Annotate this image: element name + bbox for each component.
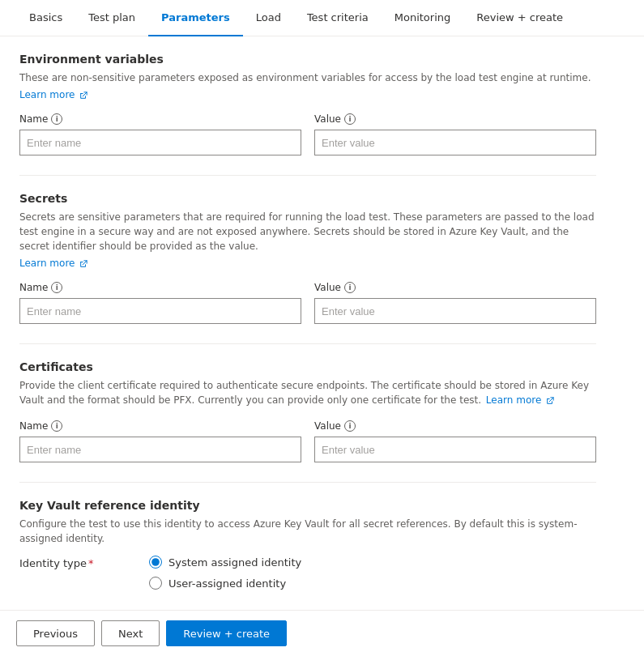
certificates-learn-more[interactable]: Learn more: [486, 394, 554, 406]
env-vars-section: Environment variables These are non-sens…: [19, 53, 596, 155]
certificates-description: Provide the client certificate required …: [19, 378, 596, 407]
secrets-learn-more[interactable]: Learn more: [19, 258, 87, 269]
certificates-name-info-icon[interactable]: i: [51, 420, 62, 432]
identity-row: Identity type* System assigned identity …: [19, 556, 596, 590]
identity-description: Configure the test to use this identity …: [19, 517, 596, 546]
secrets-name-info-icon[interactable]: i: [51, 282, 62, 293]
radio-system-assigned-label: System assigned identity: [168, 556, 301, 569]
env-vars-name-col: Name i: [19, 113, 301, 155]
tab-navigation: Basics Test plan Parameters Load Test cr…: [0, 0, 644, 36]
divider-1: [19, 175, 596, 176]
certificates-external-link-icon: [546, 397, 554, 405]
identity-title: Key Vault reference identity: [19, 499, 596, 512]
identity-type-label: Identity type*: [19, 556, 149, 569]
certificates-value-col: Value i: [314, 420, 596, 462]
secrets-value-input[interactable]: [314, 298, 596, 324]
review-create-button[interactable]: Review + create: [166, 620, 287, 646]
main-content: Environment variables These are non-sens…: [0, 36, 616, 625]
tab-parameters[interactable]: Parameters: [148, 0, 243, 36]
tab-basics[interactable]: Basics: [16, 0, 75, 36]
certificates-value-input[interactable]: [314, 437, 596, 462]
env-vars-value-col: Value i: [314, 113, 596, 155]
secrets-form-row: Name i Value i: [19, 282, 596, 324]
certificates-value-label: Value i: [314, 420, 596, 432]
radio-user-assigned-input[interactable]: [149, 577, 162, 590]
certificates-value-info-icon[interactable]: i: [344, 420, 356, 432]
certificates-name-label: Name i: [19, 420, 301, 432]
next-button[interactable]: Next: [101, 620, 160, 646]
radio-user-assigned[interactable]: User-assigned identity: [149, 577, 301, 590]
secrets-value-label: Value i: [314, 282, 596, 293]
secrets-title: Secrets: [19, 192, 596, 205]
radio-system-assigned-input[interactable]: [149, 556, 162, 569]
divider-2: [19, 343, 596, 344]
env-vars-value-info-icon[interactable]: i: [344, 113, 356, 125]
secrets-name-input[interactable]: [19, 298, 301, 324]
env-vars-value-label: Value i: [314, 113, 596, 125]
tab-testplan[interactable]: Test plan: [75, 0, 148, 36]
secrets-external-link-icon: [79, 260, 87, 268]
tab-testcriteria[interactable]: Test criteria: [294, 0, 382, 36]
secrets-name-label: Name i: [19, 282, 301, 293]
external-link-icon: [79, 92, 87, 100]
env-vars-name-input[interactable]: [19, 130, 301, 155]
required-star: *: [88, 557, 94, 569]
env-vars-name-info-icon[interactable]: i: [51, 113, 62, 125]
tab-monitoring[interactable]: Monitoring: [382, 0, 464, 36]
secrets-name-col: Name i: [19, 282, 301, 324]
identity-section: Key Vault reference identity Configure t…: [19, 499, 596, 590]
certificates-name-col: Name i: [19, 420, 301, 462]
tab-reviewcreate[interactable]: Review + create: [463, 0, 576, 36]
secrets-value-info-icon[interactable]: i: [344, 282, 356, 293]
tab-load[interactable]: Load: [243, 0, 294, 36]
env-vars-value-input[interactable]: [314, 130, 596, 155]
env-vars-form-row: Name i Value i: [19, 113, 596, 155]
env-vars-title: Environment variables: [19, 53, 596, 66]
secrets-description: Secrets are sensitive parameters that ar…: [19, 210, 596, 253]
radio-system-assigned[interactable]: System assigned identity: [149, 556, 301, 569]
radio-user-assigned-label: User-assigned identity: [168, 577, 286, 590]
certificates-section: Certificates Provide the client certific…: [19, 360, 596, 462]
env-vars-name-label: Name i: [19, 113, 301, 125]
certificates-title: Certificates: [19, 360, 596, 373]
env-vars-learn-more[interactable]: Learn more: [19, 89, 87, 100]
secrets-value-col: Value i: [314, 282, 596, 324]
env-vars-description: These are non-sensitive parameters expos…: [19, 70, 596, 85]
certificates-form-row: Name i Value i: [19, 420, 596, 462]
certificates-name-input[interactable]: [19, 437, 301, 462]
identity-radio-group: System assigned identity User-assigned i…: [149, 556, 301, 590]
bottom-bar: Previous Next Review + create: [0, 610, 644, 656]
secrets-section: Secrets Secrets are sensitive parameters…: [19, 192, 596, 324]
previous-button[interactable]: Previous: [16, 620, 95, 646]
divider-3: [19, 482, 596, 483]
